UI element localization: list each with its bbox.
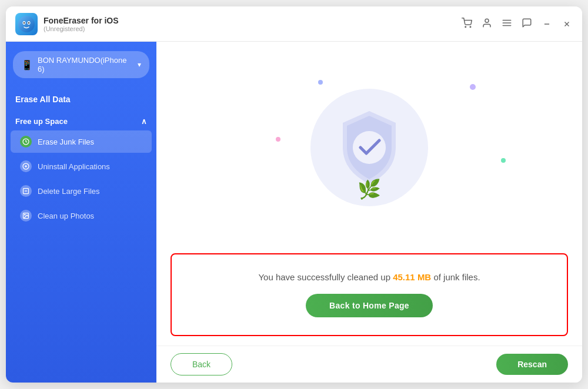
sidebar-item-uninstall[interactable]: Uninstall Applications bbox=[11, 155, 152, 177]
svg-point-5 bbox=[465, 26, 466, 28]
app-subtitle: (Unregistered) bbox=[44, 25, 119, 32]
erase-junk-icon bbox=[20, 136, 32, 147]
app-icon bbox=[15, 13, 38, 35]
sidebar-item-label-clean-photos: Clean up Photos bbox=[38, 212, 94, 220]
dot-pink bbox=[276, 137, 280, 142]
cart-icon[interactable] bbox=[461, 18, 473, 31]
illustration-circle: 🌿 bbox=[310, 89, 428, 206]
sidebar-group-label: Free up Space bbox=[15, 117, 68, 126]
delete-large-icon bbox=[20, 185, 32, 197]
sidebar-group-free-space: Free up Space ∧ bbox=[6, 111, 156, 129]
menu-icon[interactable] bbox=[501, 18, 513, 31]
result-box: You have successfully cleaned up 45.11 M… bbox=[171, 253, 568, 336]
app-window: FoneEraser for iOS (Unregistered) bbox=[6, 6, 582, 383]
illustration-area: 🌿 bbox=[156, 42, 582, 253]
sidebar-item-label-uninstall: Uninstall Applications bbox=[38, 162, 110, 171]
bottom-bar: Back Rescan bbox=[156, 346, 582, 383]
sidebar: 📱 BON RAYMUNDO(iPhone 6) ▾ Erase All Dat… bbox=[6, 42, 156, 383]
user-icon[interactable] bbox=[481, 18, 493, 31]
sidebar-group-chevron-icon: ∧ bbox=[141, 117, 147, 126]
svg-point-21 bbox=[25, 214, 26, 216]
sidebar-item-clean-photos[interactable]: Clean up Photos bbox=[11, 204, 152, 227]
minimize-button[interactable] bbox=[541, 18, 553, 30]
device-chevron-icon: ▾ bbox=[138, 61, 141, 69]
svg-point-4 bbox=[28, 22, 29, 23]
content-area: 🌿 You have successfully cleaned up 45.11… bbox=[156, 42, 582, 383]
result-amount: 45.11 MB bbox=[393, 272, 431, 282]
title-bar: FoneEraser for iOS (Unregistered) bbox=[6, 6, 582, 42]
svg-point-3 bbox=[24, 22, 25, 23]
result-text-after: of junk files. bbox=[431, 272, 480, 282]
clean-photos-icon bbox=[20, 210, 32, 222]
plant-icon: 🌿 bbox=[358, 178, 381, 200]
sidebar-item-label-erase-junk: Erase Junk Files bbox=[38, 138, 94, 146]
main-content: 📱 BON RAYMUNDO(iPhone 6) ▾ Erase All Dat… bbox=[6, 42, 582, 383]
sidebar-item-label-delete-large: Delete Large Files bbox=[38, 187, 100, 196]
shield-illustration bbox=[334, 106, 405, 189]
device-selector[interactable]: 📱 BON RAYMUNDO(iPhone 6) ▾ bbox=[13, 51, 149, 78]
svg-point-6 bbox=[470, 26, 471, 28]
back-button[interactable]: Back bbox=[171, 353, 232, 375]
dot-green bbox=[501, 158, 506, 163]
shield-container: 🌿 bbox=[334, 106, 405, 189]
chat-icon[interactable] bbox=[521, 18, 533, 31]
result-text-before: You have successfully cleaned up bbox=[258, 272, 393, 282]
app-name: FoneEraser for iOS bbox=[44, 16, 119, 25]
device-name: BON RAYMUNDO(iPhone 6) bbox=[38, 56, 133, 73]
dot-violet bbox=[470, 84, 476, 90]
rescan-button[interactable]: Rescan bbox=[496, 354, 568, 375]
result-text: You have successfully cleaned up 45.11 M… bbox=[258, 272, 480, 282]
uninstall-icon bbox=[20, 160, 32, 172]
back-to-home-button[interactable]: Back to Home Page bbox=[306, 294, 433, 317]
svg-point-22 bbox=[353, 131, 386, 164]
sidebar-section-erase: Erase All Data bbox=[6, 90, 156, 111]
dot-purple bbox=[318, 80, 323, 85]
sidebar-item-delete-large[interactable]: Delete Large Files bbox=[11, 180, 152, 202]
app-info: FoneEraser for iOS (Unregistered) bbox=[44, 16, 119, 32]
device-phone-icon: 📱 bbox=[21, 59, 33, 71]
sidebar-item-erase-junk[interactable]: Erase Junk Files bbox=[11, 130, 152, 153]
title-bar-icons bbox=[461, 18, 573, 31]
close-button[interactable] bbox=[561, 18, 573, 30]
svg-point-7 bbox=[485, 19, 489, 22]
title-bar-left: FoneEraser for iOS (Unregistered) bbox=[15, 13, 461, 35]
svg-point-0 bbox=[18, 16, 35, 32]
